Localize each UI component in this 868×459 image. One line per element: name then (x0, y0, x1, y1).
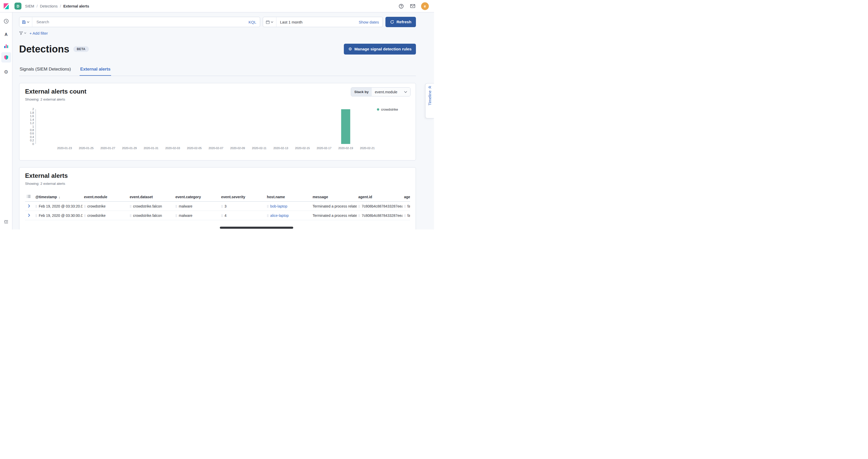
cell-event-severity[interactable]: 3 (224, 204, 226, 208)
manage-signal-detection-rules-button[interactable]: ⚙ Manage signal detection rules (344, 44, 416, 55)
cell-event-module[interactable]: crowdstrike (87, 213, 106, 218)
showing-count: Showing: 2 external alerts (25, 97, 410, 101)
date-range-value[interactable]: Last 1 month (276, 17, 355, 27)
svg-text:1.6: 1.6 (30, 115, 34, 118)
drag-grip-icon (267, 205, 269, 208)
alerts-table: @timestamp↓ event.module event.dataset e… (25, 192, 410, 220)
cell-agent-name[interactable]: fa (407, 213, 410, 218)
add-filter-button[interactable]: + Add filter (29, 31, 48, 35)
horizontal-scrollbar-thumb[interactable] (220, 227, 293, 229)
cell-agent-id[interactable]: 7c808b4c8878433287eea... (362, 204, 402, 208)
breadcrumb: SIEM / Detections / External alerts (25, 4, 89, 8)
gear-icon: ⚙ (348, 47, 352, 51)
expand-row-icon[interactable] (27, 204, 31, 208)
analytics-app-icon[interactable] (1, 41, 11, 51)
svg-text:2020-02-17: 2020-02-17 (317, 147, 332, 150)
beta-badge: BETA (73, 46, 89, 52)
cell-event-category[interactable]: malware (179, 204, 192, 208)
management-gear-icon[interactable]: ⚙ (1, 67, 11, 77)
kql-toggle[interactable]: KQL (249, 20, 256, 24)
col-header-timestamp[interactable]: @timestamp↓ (34, 192, 83, 202)
bar-chart-svg: 00.20.40.60.811.21.41.61.822020-01-23202… (25, 105, 377, 154)
filter-icon (19, 31, 23, 35)
col-header-event-dataset[interactable]: event.dataset (128, 192, 174, 202)
svg-text:1.4: 1.4 (30, 118, 34, 121)
cell-event-module[interactable]: crowdstrike (87, 204, 106, 208)
cell-agent-id[interactable]: 7c808b4c8878433287eea... (362, 213, 402, 218)
date-picker-control: Last 1 month Show dates (263, 17, 383, 27)
breadcrumb-separator: / (36, 4, 37, 8)
stack-by-label: Stack by (351, 88, 372, 96)
svg-text:2020-02-11: 2020-02-11 (252, 147, 266, 150)
top-bar: D SIEM / Detections / External alerts (0, 0, 434, 12)
col-header-event-severity[interactable]: event.severity (220, 192, 265, 202)
alerts-table-scroll-area[interactable]: @timestamp↓ event.module event.dataset e… (25, 192, 410, 220)
cell-event-dataset[interactable]: crowdstrike.falcon (133, 204, 162, 208)
breadcrumb-separator: / (60, 4, 61, 8)
breadcrumb-siem[interactable]: SIEM (25, 4, 34, 8)
cell-event-dataset[interactable]: crowdstrike.falcon (133, 213, 162, 218)
col-header-event-module[interactable]: event.module (83, 192, 128, 202)
cell-agent-name[interactable]: fa (407, 204, 410, 208)
user-avatar[interactable]: e (421, 2, 429, 10)
cell-event-severity[interactable]: 4 (224, 213, 226, 218)
page-header: Detections BETA ⚙ Manage signal detectio… (19, 43, 416, 55)
cell-message[interactable]: Terminated a process relate... (313, 213, 357, 218)
saved-queries-button[interactable] (20, 17, 32, 27)
stack-by-select[interactable]: event.module (372, 88, 410, 96)
date-quick-menu-button[interactable] (263, 17, 276, 27)
drag-grip-icon (267, 214, 269, 217)
siem-app-icon[interactable] (1, 52, 11, 63)
drag-grip-icon (130, 214, 131, 217)
newsfeed-mail-icon[interactable] (410, 3, 415, 9)
search-control: KQL (19, 17, 260, 27)
filter-bar: + Add filter (19, 30, 416, 36)
col-header-event-category[interactable]: event.category (174, 192, 220, 202)
recently-viewed-icon[interactable] (1, 16, 11, 26)
drag-grip-icon (358, 214, 360, 217)
host-link[interactable]: alice-laptop (270, 213, 289, 218)
expand-row-icon[interactable] (27, 213, 31, 218)
svg-text:2: 2 (32, 108, 34, 111)
cell-event-category[interactable]: malware (179, 213, 192, 218)
timeline-toggle[interactable]: Timeline (425, 83, 434, 118)
col-header-host-name[interactable]: host.name (265, 192, 311, 202)
col-header-age[interactable]: age (402, 192, 410, 202)
host-link[interactable]: bob-laptop (270, 204, 287, 208)
external-alerts-table-panel: External alerts Showing: 2 external aler… (19, 167, 416, 230)
cell-message[interactable]: Terminated a process relate... (313, 204, 357, 208)
breadcrumb-current: External alerts (63, 4, 89, 8)
svg-text:2020-02-21: 2020-02-21 (360, 147, 375, 150)
drag-grip-icon (358, 205, 360, 208)
alerts-count-chart: 00.20.40.60.811.21.41.61.822020-01-23202… (25, 105, 410, 154)
chart-legend: crowdstrike (377, 105, 410, 154)
drag-grip-icon (404, 214, 406, 217)
chevron-down-icon (271, 21, 273, 23)
col-header-message[interactable]: message (311, 192, 357, 202)
app-a-icon[interactable]: A (1, 29, 11, 40)
space-avatar[interactable]: D (14, 3, 22, 9)
filter-set-menu-button[interactable] (19, 31, 26, 35)
kibana-logo[interactable] (0, 0, 12, 12)
page-title: Detections (19, 43, 69, 55)
expand-nav-icon[interactable] (1, 217, 11, 227)
breadcrumb-detections[interactable]: Detections (40, 4, 58, 8)
col-header-agent-id[interactable]: agent.id (357, 192, 402, 202)
drag-grip-icon (84, 205, 86, 208)
svg-text:0.4: 0.4 (30, 135, 34, 139)
query-bar: KQL Last 1 month Show dates (19, 17, 416, 27)
fields-browser-icon[interactable] (27, 194, 31, 198)
svg-text:2020-01-23: 2020-01-23 (57, 147, 72, 150)
drag-grip-icon (35, 205, 37, 208)
search-input[interactable] (36, 20, 246, 25)
cell-timestamp[interactable]: Feb 19, 2020 @ 03:33:20.000 (39, 204, 83, 208)
refresh-button[interactable]: Refresh (385, 17, 416, 27)
legend-item-crowdstrike[interactable]: crowdstrike (377, 108, 410, 112)
show-dates-button[interactable]: Show dates (355, 17, 382, 27)
cell-timestamp[interactable]: Feb 19, 2020 @ 03:30:00.000 (39, 213, 83, 218)
svg-text:2020-02-07: 2020-02-07 (209, 147, 223, 150)
help-icon[interactable] (398, 3, 404, 9)
tab-external-alerts[interactable]: External alerts (80, 67, 111, 76)
panel-title: External alerts (25, 172, 410, 179)
tab-signals[interactable]: Signals (SIEM Detections) (19, 67, 71, 76)
